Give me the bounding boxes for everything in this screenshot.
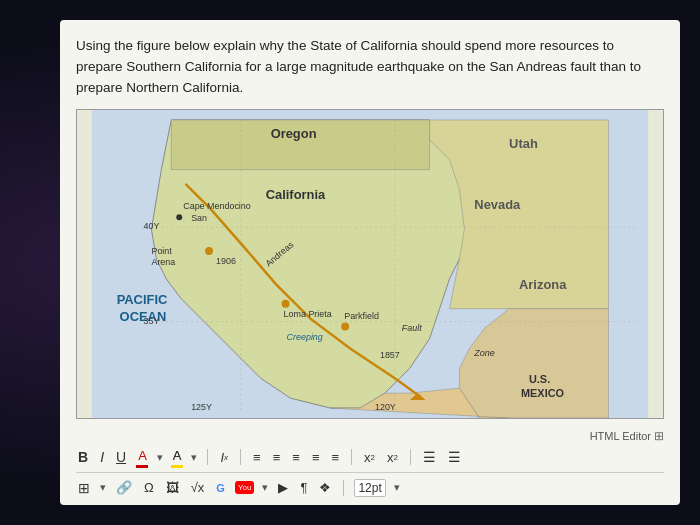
question-text: Using the figure below explain why the S… xyxy=(76,36,664,99)
svg-point-12 xyxy=(176,214,182,220)
pacific-label: PACIFIC xyxy=(117,292,168,307)
arizona-label: Arizona xyxy=(519,277,567,292)
svg-point-9 xyxy=(205,247,213,255)
svg-text:Point: Point xyxy=(151,246,172,256)
dropdown-arrow-5[interactable]: ▾ xyxy=(394,481,400,494)
nevada-label: Nevada xyxy=(474,197,521,212)
unordered-list-button[interactable]: ☰ xyxy=(446,448,463,466)
utah-label: Utah xyxy=(509,136,538,151)
svg-text:40Y: 40Y xyxy=(143,221,159,231)
divider-5 xyxy=(343,480,344,496)
dropdown-arrow-1[interactable]: ▾ xyxy=(157,451,163,464)
link-button[interactable]: 🔗 xyxy=(114,479,134,496)
image-button[interactable]: 🖼 xyxy=(164,479,181,496)
dropdown-arrow-4[interactable]: ▾ xyxy=(262,481,268,494)
divider-4 xyxy=(410,449,411,465)
clear-format-button[interactable]: Ix xyxy=(218,449,230,466)
svg-text:Fault: Fault xyxy=(402,322,422,332)
highlight-button[interactable]: A xyxy=(171,447,184,468)
california-label: California xyxy=(266,187,326,202)
superscript-button[interactable]: x2 xyxy=(362,449,377,466)
subscript-button[interactable]: x2 xyxy=(385,449,400,466)
svg-text:Creeping: Creeping xyxy=(287,332,323,342)
oregon-label: Oregon xyxy=(271,126,317,141)
svg-point-11 xyxy=(341,322,349,330)
underline-button[interactable]: U xyxy=(114,448,128,466)
toolbar-area: HTML Editor ⊞ B I U A ▾ A ▾ Ix ≡ ≡ ≡ xyxy=(76,429,664,497)
california-map: Oregon Utah Nevada California Arizona PA… xyxy=(77,110,663,418)
svg-text:1906: 1906 xyxy=(216,256,236,266)
sqrt-button[interactable]: √x xyxy=(189,479,207,496)
toolbar-row-1: B I U A ▾ A ▾ Ix ≡ ≡ ≡ ≡ ≡ x2 xyxy=(76,447,664,473)
svg-text:125Y: 125Y xyxy=(191,402,212,412)
divider-2 xyxy=(240,449,241,465)
font-size-selector[interactable]: 12pt xyxy=(354,479,385,497)
svg-point-10 xyxy=(282,300,290,308)
svg-text:Arena: Arena xyxy=(151,257,175,267)
content-panel: Using the figure below explain why the S… xyxy=(60,20,680,505)
highlight-bar xyxy=(171,465,183,468)
dropdown-arrow-3[interactable]: ▾ xyxy=(100,481,106,494)
svg-text:San: San xyxy=(191,213,207,223)
svg-text:Loma Prieta: Loma Prieta xyxy=(284,308,332,318)
align-center-button[interactable]: ≡ xyxy=(271,449,283,466)
google-button[interactable]: G xyxy=(214,481,227,495)
table-button[interactable]: ⊞ xyxy=(76,479,92,497)
settings-button[interactable]: ❖ xyxy=(317,479,333,496)
divider-1 xyxy=(207,449,208,465)
svg-text:35Y: 35Y xyxy=(143,315,159,325)
svg-text:Zone: Zone xyxy=(473,348,494,358)
ordered-list-button[interactable]: ☰ xyxy=(421,448,438,466)
media-button[interactable]: ▶ xyxy=(276,479,290,496)
toolbar-row-2: ⊞ ▾ 🔗 Ω 🖼 √x G You ▾ ▶ ¶ ❖ 12p xyxy=(76,477,664,497)
color-bar-red xyxy=(136,465,148,468)
html-editor-label: HTML Editor ⊞ xyxy=(76,429,664,443)
paragraph-button[interactable]: ¶ xyxy=(298,479,309,496)
align-left-button[interactable]: ≡ xyxy=(251,449,263,466)
map-figure: Oregon Utah Nevada California Arizona PA… xyxy=(76,109,664,419)
bold-button[interactable]: B xyxy=(76,448,90,466)
svg-text:120Y: 120Y xyxy=(375,402,396,412)
svg-text:1857: 1857 xyxy=(380,350,400,360)
italic-button[interactable]: I xyxy=(98,448,106,466)
font-color-button[interactable]: A xyxy=(136,447,149,468)
svg-text:U.S.: U.S. xyxy=(529,373,550,385)
svg-text:Parkfield: Parkfield xyxy=(344,310,379,320)
divider-3 xyxy=(351,449,352,465)
indent-button[interactable]: ≡ xyxy=(310,449,322,466)
dropdown-arrow-2[interactable]: ▾ xyxy=(191,451,197,464)
html-editor-icon: ⊞ xyxy=(654,429,664,443)
svg-text:MEXICO: MEXICO xyxy=(521,387,565,399)
youtube-button[interactable]: You xyxy=(235,481,255,494)
outdent-button[interactable]: ≡ xyxy=(329,449,341,466)
align-right-button[interactable]: ≡ xyxy=(290,449,302,466)
special-char-button[interactable]: Ω xyxy=(142,479,156,496)
